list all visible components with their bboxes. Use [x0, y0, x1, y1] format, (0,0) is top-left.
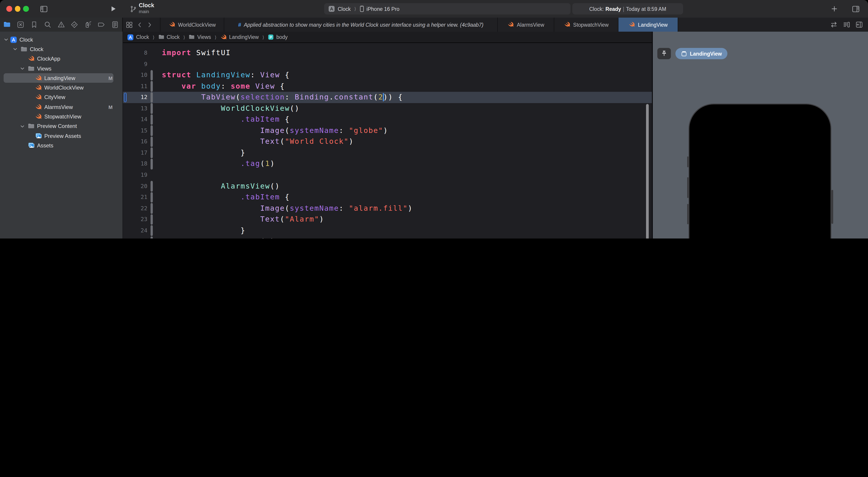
pin-preview-button[interactable] — [657, 48, 671, 59]
jumpbar-item-views[interactable]: Views — [189, 34, 211, 40]
disclosure-chevron-icon[interactable] — [13, 47, 18, 52]
find-navigator-icon[interactable] — [43, 21, 51, 28]
code-line-12[interactable]: 12 TabView(selection: Binding.constant(2… — [123, 92, 652, 103]
sidebar-item-clock[interactable]: Clock — [0, 44, 123, 54]
source-editor[interactable]: 8import SwiftUI910struct LandingView: Vi… — [123, 43, 652, 239]
source-control-navigator-icon[interactable] — [17, 21, 24, 28]
source-control-change-bar — [151, 92, 153, 102]
disclosure-chevron-icon[interactable] — [20, 124, 25, 129]
project-navigator-icon[interactable] — [3, 21, 11, 28]
code-line-17[interactable]: 17 } — [123, 147, 652, 158]
minimize-window-button[interactable] — [15, 6, 20, 11]
code-line-8[interactable]: 8import SwiftUI — [123, 48, 652, 59]
run-button[interactable] — [110, 5, 117, 12]
swift-icon — [564, 21, 570, 28]
app-icon — [328, 5, 335, 12]
sidebar-item-clockapp[interactable]: ClockApp — [0, 54, 123, 64]
sidebar-item-views[interactable]: Views — [0, 64, 123, 73]
assets-icon — [28, 142, 35, 149]
swift-icon — [35, 84, 42, 91]
code-line-23[interactable]: 23 Text("Alarm") — [123, 214, 652, 225]
preview-pill-label: LandingView — [690, 51, 722, 56]
source-control-change-bar — [151, 114, 153, 125]
editor-tab-applied[interactable]: #Applied abstraction to show many cities… — [224, 18, 498, 32]
code-text: .tag(1) — [162, 158, 275, 170]
code-line-18[interactable]: 18 .tag(1) — [123, 158, 652, 170]
line-number: 23 — [123, 214, 147, 225]
sidebar-item-alarmsview[interactable]: AlarmsViewM — [0, 102, 123, 112]
reports-navigator-icon[interactable] — [111, 21, 119, 28]
editor-tab-landingview[interactable]: LandingView — [618, 18, 678, 32]
editor-tab-worldclockview[interactable]: WorldClockView — [160, 18, 224, 32]
code-text: Text("World Clock") — [162, 136, 354, 147]
source-control-change-bar — [151, 181, 153, 191]
sidebar-item-preview-content[interactable]: Preview Content — [0, 121, 123, 131]
sidebar-item-clock[interactable]: Clock — [0, 35, 123, 44]
toggle-left-sidebar-icon[interactable] — [40, 5, 48, 13]
code-line-10[interactable]: 10struct LandingView: View { — [123, 70, 652, 81]
sidebar-item-preview-assets[interactable]: Preview Assets — [0, 131, 123, 141]
library-plus-button[interactable] — [831, 5, 838, 12]
code-line-13[interactable]: 13 WorldClockView() — [123, 103, 652, 114]
sidebar-divider[interactable] — [123, 18, 123, 239]
scheme-control[interactable]: Clock main — [139, 3, 154, 14]
line-number: 20 — [123, 181, 147, 192]
source-control-change-bar — [151, 214, 153, 225]
source-control-change-bar — [151, 148, 153, 158]
tests-navigator-icon[interactable] — [71, 21, 79, 28]
sidebar-item-stopwatchview[interactable]: StopwatchView — [0, 112, 123, 122]
code-line-15[interactable]: 15 Image(systemName: "globe") — [123, 125, 652, 136]
jumpbar-item-clock[interactable]: Clock — [158, 34, 180, 40]
assets-icon — [35, 132, 42, 140]
activity-status[interactable]: Clock: Ready | Today at 8:59 AM — [572, 3, 683, 14]
swap-editors-icon[interactable] — [830, 21, 838, 28]
toggle-right-inspector-icon[interactable] — [852, 5, 860, 13]
preview-tab-pill[interactable]: LandingView — [675, 48, 727, 59]
phone-power-button — [831, 190, 833, 224]
go-back-icon[interactable] — [136, 22, 143, 28]
iphone-preview[interactable]: Alarms World ClockAlarmStopwatch — [688, 103, 831, 239]
sidebar-item-assets[interactable]: Assets — [0, 141, 123, 151]
editor-scrollbar[interactable] — [646, 104, 649, 239]
jumpbar-item-clock[interactable]: Clock — [127, 34, 149, 40]
disclosure-chevron-icon[interactable] — [4, 37, 8, 42]
jumpbar-item-landingview[interactable]: LandingView — [220, 34, 258, 40]
pbadge-icon: P — [268, 34, 274, 40]
disclosure-chevron-icon[interactable] — [20, 66, 25, 71]
code-line-22[interactable]: 22 Image(systemName: "alarm.fill") — [123, 203, 652, 214]
run-destination-selector[interactable]: Clock ⟩ iPhone 16 Pro — [324, 3, 570, 14]
breakpoints-navigator-icon[interactable] — [98, 21, 105, 28]
sidebar-item-landingview[interactable]: LandingViewM — [0, 73, 123, 83]
zoom-window-button[interactable] — [23, 6, 29, 11]
related-items-icon[interactable] — [126, 21, 133, 28]
code-line-25[interactable]: 25 .tag(2) — [123, 236, 652, 239]
chevron-separator: ⟩ — [182, 35, 186, 39]
source-control-change-bar — [151, 226, 153, 236]
code-line-16[interactable]: 16 Text("World Clock") — [123, 136, 652, 147]
go-forward-icon[interactable] — [147, 22, 153, 28]
line-number: 24 — [123, 225, 147, 236]
code-line-9[interactable]: 9 — [123, 59, 652, 70]
editor-options-icon[interactable] — [843, 21, 850, 28]
code-line-20[interactable]: 20 AlarmsView() — [123, 181, 652, 192]
scheme-name: Clock — [139, 3, 154, 8]
jumpbar-item-body[interactable]: Pbody — [268, 34, 288, 40]
editor-tab-stopwatchview[interactable]: StopwatchView — [554, 18, 618, 32]
code-line-24[interactable]: 24 } — [123, 225, 652, 236]
editor-tab-alarmsview[interactable]: AlarmsView — [498, 18, 554, 32]
preview-canvas: LandingView Alarms World ClockAlarmStopw… — [653, 32, 868, 239]
code-line-14[interactable]: 14 .tabItem { — [123, 114, 652, 125]
bookmarks-navigator-icon[interactable] — [30, 21, 38, 28]
sidebar-item-cityview[interactable]: CityView — [0, 93, 123, 102]
debug-navigator-icon[interactable] — [84, 21, 92, 28]
code-line-19[interactable]: 19 — [123, 170, 652, 181]
code-line-21[interactable]: 21 .tabItem { — [123, 192, 652, 203]
code-line-11[interactable]: 11 var body: some View { — [123, 81, 652, 92]
add-editor-icon[interactable] — [855, 21, 863, 28]
close-window-button[interactable] — [6, 6, 12, 11]
destination-device: iPhone 16 Pro — [366, 6, 399, 11]
phone-volume-down-button — [687, 204, 688, 224]
sidebar-item-worldclockview[interactable]: WorldClockView — [0, 83, 123, 93]
issues-navigator-icon[interactable] — [57, 21, 65, 28]
code-text: AlarmsView() — [162, 181, 280, 192]
